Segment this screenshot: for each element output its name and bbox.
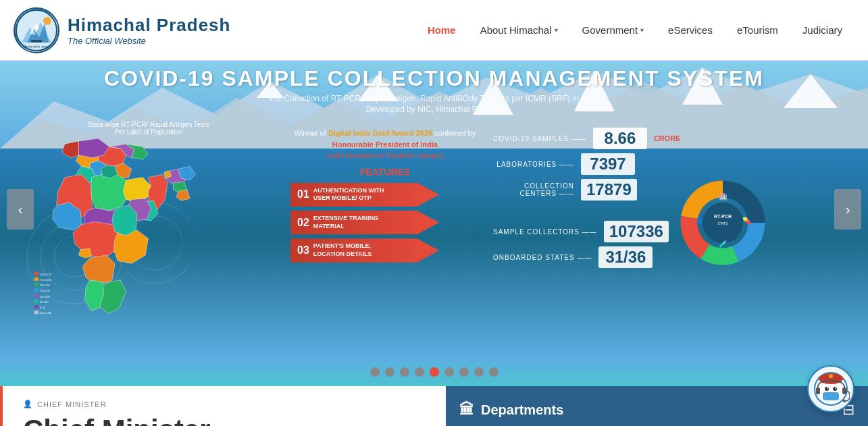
svg-text:50-100: 50-100 — [40, 300, 49, 304]
svg-text:🏥: 🏥 — [719, 192, 727, 201]
carousel-prev-button[interactable]: ‹ — [7, 189, 34, 230]
feature-arrow-2: 02 EXTENSIVE TRAININGMATERIAL — [290, 211, 439, 234]
stat-label-states: ONBOARDED STATES —— — [493, 254, 592, 261]
chatbot-button[interactable] — [807, 365, 854, 412]
svg-text:1000-120: 1000-120 — [40, 273, 52, 276]
svg-text:👤: 👤 — [695, 216, 704, 225]
nav-eservices[interactable]: eServices — [656, 19, 725, 41]
stat-label-collectors: SAMPLE COLLECTORS —— — [493, 228, 597, 236]
main-nav: Home About Himachal ▾ Government ▾ eServ… — [415, 19, 854, 41]
cm-section-label: 👤 CHIEF MINISTER — [23, 400, 426, 408]
stat-label-centers: COLLECTIONCENTERS —— — [493, 182, 574, 197]
logo-text: Himachal Pradesh The Official Website — [68, 15, 230, 46]
stat-value-labs: 7397 — [581, 153, 635, 175]
dot-6[interactable] — [444, 367, 454, 377]
map-label: State-wise RT-PCR/ Rapid Antigen TestsPe… — [20, 121, 277, 136]
stat-value-centers: 17879 — [581, 179, 637, 201]
svg-text:STATS: STATS — [717, 221, 728, 225]
features-area: Winner of Digital India Gold Award 2020 … — [290, 121, 480, 267]
banner-title: COVID-19 SAMPLE COLLECTION MANAGEMENT SY… — [104, 66, 764, 91]
dot-5[interactable] — [430, 367, 439, 377]
bottom-section: 👤 CHIEF MINISTER Chief Minister 🏛 Depart… — [0, 386, 868, 426]
svg-point-53 — [829, 374, 833, 378]
feature-arrow-1: 01 AUTHENTICATION WITHUSER MOBILE/ OTP — [290, 183, 439, 207]
banner-developed: Developed by NIC, Himachal Pradesh — [365, 105, 502, 114]
svg-text:750-1000: 750-1000 — [40, 278, 52, 282]
feature-num: 01 — [297, 188, 309, 201]
svg-point-56 — [833, 387, 837, 391]
nav-about[interactable]: About Himachal ▾ — [468, 19, 570, 41]
map-area: State-wise RT-PCR/ Rapid Antigen TestsPe… — [20, 121, 277, 330]
banner-main-content: State-wise RT-PCR/ Rapid Antigen TestsPe… — [0, 121, 868, 330]
svg-rect-28 — [34, 288, 39, 292]
feature-text: AUTHENTICATION WITHUSER MOBILE/ OTP — [313, 187, 384, 203]
feature-item-3: 03 PATIENT'S MOBILE,LOCATION DETAILS — [290, 238, 480, 262]
svg-rect-54 — [823, 392, 839, 400]
cm-title: Chief Minister — [23, 414, 426, 426]
nav-judiciary[interactable]: Judiciary — [790, 19, 854, 41]
stats-area: COVID-19 SAMPLES —— 8.66 CRORE LABORATOR… — [493, 121, 848, 272]
svg-text:🧪: 🧪 — [719, 240, 727, 248]
svg-point-61 — [843, 400, 846, 402]
chevron-down-icon: ▾ — [555, 26, 558, 34]
nav-etourism[interactable]: eTourism — [725, 19, 790, 41]
departments-card[interactable]: 🏛 Departments ⊟ — [446, 386, 868, 426]
feature-arrow-3: 03 PATIENT'S MOBILE,LOCATION DETAILS — [290, 238, 439, 262]
stat-unit-crore: CRORE — [654, 134, 681, 142]
svg-rect-36 — [34, 311, 39, 314]
svg-text:💊: 💊 — [742, 216, 751, 225]
logo-area: हिमाचल प्रदेश सरकार Himachal Pradesh The… — [14, 7, 230, 53]
dot-2[interactable] — [385, 367, 394, 377]
svg-rect-24 — [34, 277, 39, 281]
site-subtitle: The Official Website — [68, 36, 230, 46]
svg-point-55 — [825, 387, 829, 391]
svg-rect-60 — [842, 388, 846, 394]
stat-value-collectors: 107336 — [604, 221, 669, 242]
svg-point-5 — [43, 17, 51, 25]
departments-label: 🏛 Departments — [459, 401, 563, 419]
dot-8[interactable] — [474, 367, 484, 377]
svg-text:हिमाचल प्रदेश सरकार: हिमाचल प्रदेश सरकार — [23, 45, 50, 49]
svg-rect-32 — [34, 300, 39, 303]
dot-7[interactable] — [459, 367, 469, 377]
feature-text: PATIENT'S MOBILE,LOCATION DETAILS — [313, 242, 372, 258]
stat-row-collectors: SAMPLE COLLECTORS —— 107336 — [493, 221, 669, 242]
svg-text:0-50: 0-50 — [40, 306, 46, 309]
feature-item-1: 01 AUTHENTICATION WITHUSER MOBILE/ OTP — [290, 183, 480, 207]
svg-point-58 — [835, 388, 836, 389]
hero-banner: COVID-19 SAMPLE COLLECTION MANAGEMENT SY… — [0, 61, 868, 358]
feature-item-2: 02 EXTENSIVE TRAININGMATERIAL — [290, 211, 480, 234]
nav-home[interactable]: Home — [415, 19, 468, 41]
stat-label-labs: LABORATORIES —— — [493, 161, 574, 168]
dot-9[interactable] — [489, 367, 499, 377]
svg-rect-34 — [34, 305, 39, 309]
svg-point-57 — [827, 388, 828, 389]
site-logo: हिमाचल प्रदेश सरकार — [14, 7, 59, 53]
building-icon: 🏛 — [459, 401, 474, 419]
award-text: Winner of Digital India Gold Award 2020 … — [290, 128, 480, 161]
stat-value-states: 31/36 — [598, 246, 653, 268]
chief-minister-card: 👤 CHIEF MINISTER Chief Minister — [0, 386, 446, 426]
svg-rect-30 — [34, 294, 39, 298]
svg-text:100-250: 100-250 — [40, 295, 51, 298]
stats-left: COLLECTIONCENTERS —— 17879 SAMPLE COLLEC… — [493, 179, 669, 272]
stat-row-states: ONBOARDED STATES —— 31/36 — [493, 246, 669, 268]
dot-4[interactable] — [415, 367, 424, 377]
svg-text:500-750: 500-750 — [40, 284, 51, 287]
dot-1[interactable] — [370, 367, 380, 377]
chart-container: COLLECTIONCENTERS —— 17879 SAMPLE COLLEC… — [493, 179, 848, 272]
stat-label: COVID-19 SAMPLES —— — [493, 135, 586, 142]
svg-rect-59 — [816, 388, 820, 394]
svg-rect-6 — [31, 40, 42, 43]
feature-num: 03 — [297, 244, 309, 257]
carousel-next-button[interactable]: › — [834, 189, 861, 230]
banner-content: COVID-19 SAMPLE COLLECTION MANAGEMENT SY… — [0, 61, 868, 330]
pie-chart: RT-PCR STATS 🏥 💊 🧪 👤 — [679, 179, 767, 267]
svg-rect-22 — [34, 272, 39, 275]
svg-rect-26 — [34, 283, 39, 286]
dot-3[interactable] — [400, 367, 409, 377]
site-header: हिमाचल प्रदेश सरकार Himachal Pradesh The… — [0, 0, 868, 61]
chevron-down-icon: ▾ — [640, 26, 644, 34]
nav-government[interactable]: Government ▾ — [570, 19, 657, 41]
stat-value-samples: 8.66 — [593, 128, 647, 149]
